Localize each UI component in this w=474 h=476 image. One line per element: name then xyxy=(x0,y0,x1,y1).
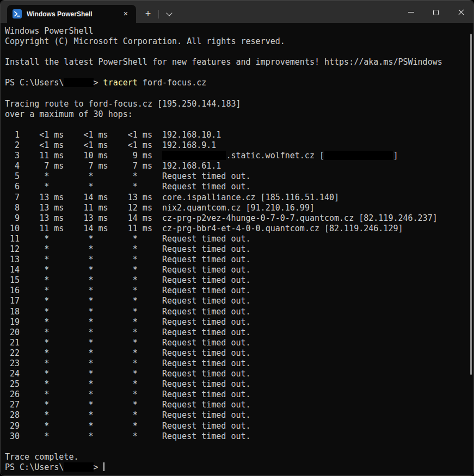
terminal-text: 25 * * * Request timed out. xyxy=(5,379,251,389)
terminal-text: 1 <1 ms <1 ms <1 ms 192.168.10.1 xyxy=(5,130,221,140)
close-icon xyxy=(458,9,465,16)
terminal-line: 11 * * * Request timed out. xyxy=(5,234,473,244)
terminal-line: PS C:\Users\> tracert ford-focus.cz xyxy=(5,78,473,88)
terminal-line: 28 * * * Request timed out. xyxy=(5,410,473,421)
terminal-text: 7 13 ms 14 ms 13 ms core.ispalliance.cz … xyxy=(5,193,339,202)
terminal-text: 4 7 ms 7 ms 7 ms 192.168.61.1 xyxy=(5,161,221,171)
terminal-line: 9 13 ms 13 ms 14 ms cz-prg-p2vez-4hunge-… xyxy=(5,213,473,224)
terminal-window: Windows PowerShell × + Windows PowerShel… xyxy=(0,0,474,476)
terminal-text: 17 * * * Request timed out. xyxy=(5,296,251,306)
terminal-text: 20 * * * Request timed out. xyxy=(5,327,251,337)
terminal-line xyxy=(5,67,473,78)
terminal-text: 11 * * * Request timed out. xyxy=(5,234,251,244)
terminal-text: 15 * * * Request timed out. xyxy=(5,275,251,285)
terminal-line: Tracing route to ford-focus.cz [195.250.… xyxy=(5,99,473,109)
terminal-text: PS C:\Users\ xyxy=(5,78,64,88)
terminal-line: 10 11 ms 14 ms 11 ms cz-prg-bbr4-et-4-0-… xyxy=(5,224,473,234)
terminal-text: 2 <1 ms <1 ms <1 ms 192.168.9.1 xyxy=(5,140,216,150)
new-tab-button[interactable]: + xyxy=(139,5,157,23)
redaction-box xyxy=(324,151,393,160)
terminal-text: ford-focus.cz xyxy=(138,78,206,88)
terminal-text: > xyxy=(94,78,103,88)
chevron-down-icon xyxy=(166,10,172,16)
terminal-line: 3 11 ms 10 ms 9 ms .static.wolfnet.cz [] xyxy=(5,151,473,161)
terminal-line: 17 * * * Request timed out. xyxy=(5,296,473,306)
terminal-line: 30 * * * Request timed out. xyxy=(5,431,473,442)
terminal-line: 4 7 ms 7 ms 7 ms 192.168.61.1 xyxy=(5,161,473,171)
scrollbar-thumb[interactable] xyxy=(470,34,472,375)
terminal-text: 21 * * * Request timed out. xyxy=(5,338,251,348)
terminal-text: 3 11 ms 10 ms 9 ms xyxy=(5,151,162,160)
terminal-line: 14 * * * Request timed out. xyxy=(5,265,473,275)
terminal-line: 21 * * * Request timed out. xyxy=(5,338,473,348)
terminal-text: PS C:\Users\ xyxy=(5,462,64,472)
terminal-line: 18 * * * Request timed out. xyxy=(5,307,473,317)
redaction-box xyxy=(162,151,226,160)
terminal-text: 6 * * * Request timed out. xyxy=(5,182,251,191)
maximize-icon xyxy=(433,10,439,15)
terminal-line: 5 * * * Request timed out. xyxy=(5,171,473,182)
terminal-text: Windows PowerShell xyxy=(5,26,94,36)
terminal-text: Install the latest PowerShell for new fe… xyxy=(5,57,442,67)
terminal-text: 18 * * * Request timed out. xyxy=(5,307,251,317)
terminal-output[interactable]: Windows PowerShellCopyright (C) Microsof… xyxy=(1,23,473,475)
terminal-text: tracert xyxy=(103,78,138,88)
terminal-line: 7 13 ms 14 ms 13 ms core.ispalliance.cz … xyxy=(5,193,473,203)
terminal-text: .static.wolfnet.cz [ xyxy=(226,151,324,160)
terminal-text: 23 * * * Request timed out. xyxy=(5,358,251,368)
terminal-text: over a maximum of 30 hops: xyxy=(5,109,133,119)
terminal-line: 13 * * * Request timed out. xyxy=(5,255,473,265)
minimize-button[interactable] xyxy=(398,1,423,23)
terminal-line: 23 * * * Request timed out. xyxy=(5,358,473,369)
terminal-lines: Windows PowerShellCopyright (C) Microsof… xyxy=(5,26,473,473)
terminal-text: 27 * * * Request timed out. xyxy=(5,400,251,410)
terminal-text: 26 * * * Request timed out. xyxy=(5,390,251,399)
maximize-button[interactable] xyxy=(423,1,448,23)
terminal-line xyxy=(5,89,473,99)
terminal-line: Copyright (C) Microsoft Corporation. All… xyxy=(5,36,473,47)
terminal-line: Windows PowerShell xyxy=(5,26,473,36)
terminal-line: 22 * * * Request timed out. xyxy=(5,348,473,358)
tab-windows-powershell[interactable]: Windows PowerShell × xyxy=(7,5,136,23)
minimize-icon xyxy=(408,12,414,13)
terminal-line: 27 * * * Request timed out. xyxy=(5,400,473,410)
terminal-line: 12 * * * Request timed out. xyxy=(5,244,473,255)
terminal-text: 29 * * * Request timed out. xyxy=(5,421,251,431)
terminal-line: 1 <1 ms <1 ms <1 ms 192.168.10.1 xyxy=(5,130,473,140)
terminal-line: PS C:\Users\> xyxy=(5,462,473,473)
close-button[interactable] xyxy=(448,1,473,23)
terminal-line: over a maximum of 30 hops: xyxy=(5,109,473,120)
terminal-text: 5 * * * Request timed out. xyxy=(5,171,251,181)
terminal-text: 16 * * * Request timed out. xyxy=(5,286,251,295)
terminal-line: Install the latest PowerShell for new fe… xyxy=(5,57,473,67)
terminal-text: 28 * * * Request timed out. xyxy=(5,410,251,420)
terminal-text: 9 13 ms 13 ms 14 ms cz-prg-p2vez-4hunge-… xyxy=(5,213,438,223)
title-bar[interactable]: Windows PowerShell × + xyxy=(1,1,473,23)
terminal-text: 12 * * * Request timed out. xyxy=(5,244,251,254)
titlebar-separator xyxy=(158,10,159,18)
terminal-line: 8 13 ms 11 ms 12 ms nix2.quantcom.cz [91… xyxy=(5,203,473,213)
terminal-text: 14 * * * Request timed out. xyxy=(5,265,251,275)
powershell-icon xyxy=(13,9,22,18)
tab-dropdown-button[interactable] xyxy=(161,5,178,23)
terminal-text: > xyxy=(94,462,103,472)
terminal-line: 20 * * * Request timed out. xyxy=(5,327,473,338)
terminal-text: Copyright (C) Microsoft Corporation. All… xyxy=(5,36,285,46)
terminal-line xyxy=(5,442,473,452)
terminal-line: 26 * * * Request timed out. xyxy=(5,390,473,400)
terminal-line: 29 * * * Request timed out. xyxy=(5,421,473,431)
terminal-text: 10 11 ms 14 ms 11 ms cz-prg-bbr4-et-4-0-… xyxy=(5,224,403,233)
terminal-text: Tracing route to ford-focus.cz [195.250.… xyxy=(5,99,241,109)
terminal-text: 13 * * * Request timed out. xyxy=(5,255,251,264)
terminal-line xyxy=(5,120,473,130)
terminal-line: 15 * * * Request timed out. xyxy=(5,275,473,286)
redaction-box xyxy=(64,462,93,472)
terminal-line: 24 * * * Request timed out. xyxy=(5,369,473,379)
terminal-text: 19 * * * Request timed out. xyxy=(5,317,251,327)
terminal-line: Trace complete. xyxy=(5,452,473,462)
terminal-line: 2 <1 ms <1 ms <1 ms 192.168.9.1 xyxy=(5,140,473,151)
text-cursor xyxy=(103,462,104,471)
tab-close-icon[interactable]: × xyxy=(121,9,131,19)
terminal-text: Trace complete. xyxy=(5,452,78,462)
terminal-line: 16 * * * Request timed out. xyxy=(5,286,473,296)
